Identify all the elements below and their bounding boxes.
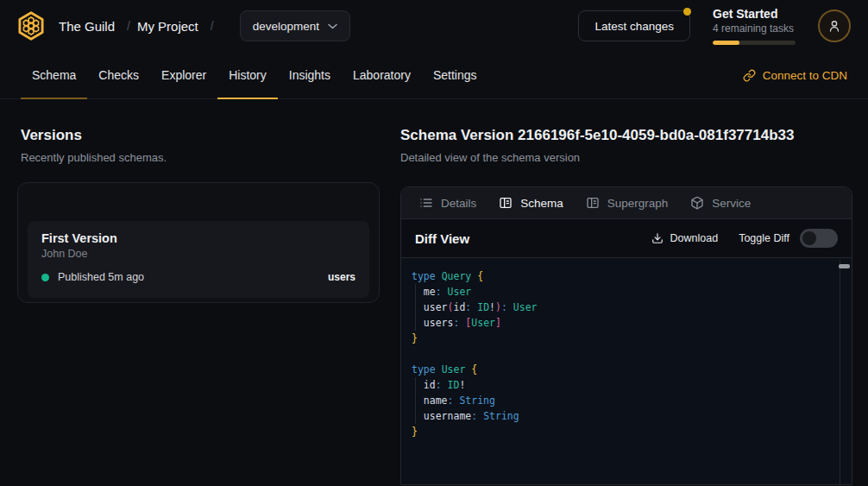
schema-viewer-panel: Details Schema Supergraph xyxy=(400,186,852,485)
version-status: Published 5m ago xyxy=(58,271,144,283)
versions-panel: Versions Recently published schemas. Fir… xyxy=(0,99,400,486)
viewer-tab-service[interactable]: Service xyxy=(679,187,762,218)
supergraph-panels-icon xyxy=(586,196,600,210)
progress-fill xyxy=(713,41,739,45)
tab-history[interactable]: History xyxy=(217,52,278,99)
cube-icon xyxy=(690,196,704,210)
tab-checks[interactable]: Checks xyxy=(87,52,150,99)
diff-view-header: Diff View Download Toggle Diff xyxy=(401,219,852,258)
viewer-tab-schema[interactable]: Schema xyxy=(487,187,575,218)
viewer-tab-label: Schema xyxy=(520,197,563,210)
viewer-tab-label: Supergraph xyxy=(607,197,669,210)
chevron-down-icon xyxy=(328,23,337,29)
version-detail-subtitle: Detailed view of the schema version xyxy=(400,151,852,164)
list-icon xyxy=(419,196,433,210)
version-name: First Version xyxy=(41,231,355,245)
schema-code-viewer: type Query { me: User user(id: ID!): Use… xyxy=(401,258,852,485)
get-started-subtitle: 4 remaining tasks xyxy=(713,22,796,35)
viewer-tab-supergraph[interactable]: Supergraph xyxy=(575,187,680,218)
latest-changes-button[interactable]: Latest changes xyxy=(578,10,690,41)
target-select-value: development xyxy=(253,20,319,33)
tab-laboratory[interactable]: Laboratory xyxy=(342,52,422,99)
indent-guide xyxy=(415,284,416,331)
breadcrumb-separator: / xyxy=(127,19,130,33)
toggle-diff-switch[interactable] xyxy=(800,229,838,248)
latest-changes-label: Latest changes xyxy=(594,20,674,33)
breadcrumb-org[interactable]: The Guild xyxy=(59,19,115,34)
indent-guide xyxy=(415,377,416,424)
breadcrumb-separator: / xyxy=(211,19,214,33)
user-avatar[interactable] xyxy=(818,9,851,42)
download-icon xyxy=(651,232,664,244)
download-label: Download xyxy=(670,232,719,244)
content: Versions Recently published schemas. Fir… xyxy=(0,99,868,486)
version-meta: Published 5m ago users xyxy=(41,271,355,283)
download-button[interactable]: Download xyxy=(651,232,719,244)
viewer-tabs: Details Schema Supergraph xyxy=(401,187,852,219)
tab-schema[interactable]: Schema xyxy=(21,52,87,99)
tab-explorer[interactable]: Explorer xyxy=(150,52,217,99)
version-service-badge: users xyxy=(328,271,355,283)
notification-dot xyxy=(683,8,691,16)
code-lines: type Query { me: User user(id: ID!): Use… xyxy=(412,268,831,439)
versions-title: Versions xyxy=(21,127,380,144)
connect-to-cdn-label: Connect to CDN xyxy=(763,69,847,82)
connect-to-cdn-link[interactable]: Connect to CDN xyxy=(743,69,847,82)
versions-subtitle: Recently published schemas. xyxy=(21,151,380,164)
main-nav: Schema Checks Explorer History Insights … xyxy=(0,52,868,99)
hive-logo-icon[interactable] xyxy=(14,9,48,43)
breadcrumb-project[interactable]: My Project xyxy=(137,19,198,34)
get-started-widget[interactable]: Get Started 4 remaining tasks xyxy=(713,7,796,45)
toggle-knob xyxy=(802,231,816,245)
version-author: John Doe xyxy=(41,248,355,260)
target-select[interactable]: development xyxy=(240,10,350,41)
diff-view-title: Diff View xyxy=(415,231,469,246)
user-icon xyxy=(827,18,842,34)
tab-insights[interactable]: Insights xyxy=(278,52,342,99)
versions-list: First Version John Doe Published 5m ago … xyxy=(17,182,380,303)
scrollbar-track xyxy=(840,260,840,485)
published-status-dot xyxy=(41,274,49,281)
schema-panels-icon xyxy=(499,196,513,210)
viewer-tab-label: Details xyxy=(441,197,476,210)
link-icon xyxy=(743,69,756,82)
version-list-item[interactable]: First Version John Doe Published 5m ago … xyxy=(28,221,369,298)
viewer-tab-details[interactable]: Details xyxy=(408,187,487,218)
scrollbar-thumb[interactable] xyxy=(839,264,850,268)
top-bar: The Guild / My Project / development Lat… xyxy=(0,0,868,52)
tab-settings[interactable]: Settings xyxy=(422,52,488,99)
get-started-progress xyxy=(713,41,796,45)
get-started-title: Get Started xyxy=(713,7,796,22)
viewer-tab-label: Service xyxy=(712,197,751,210)
version-detail-panel: Schema Version 2166196f-5e10-4059-bd0a-0… xyxy=(400,99,868,486)
version-detail-title: Schema Version 2166196f-5e10-4059-bd0a-0… xyxy=(400,127,852,144)
toggle-diff-label: Toggle Diff xyxy=(739,232,789,244)
